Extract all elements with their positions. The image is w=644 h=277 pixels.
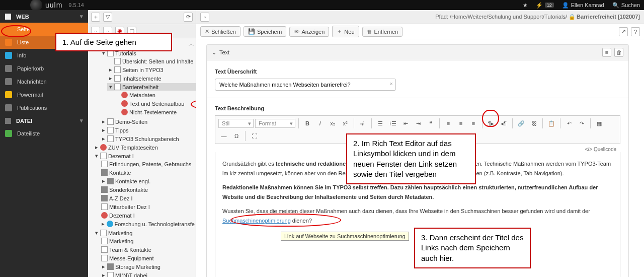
unlink-icon[interactable]: ⛓ <box>528 118 539 129</box>
align-right-icon[interactable]: ≡ <box>468 118 479 129</box>
tree-node[interactable]: Dezernat I <box>100 212 196 219</box>
sidebar-item-powermail[interactable]: Powermail <box>0 88 88 101</box>
tree-node[interactable]: ▾Dezernat I <box>93 152 196 160</box>
ltr-icon[interactable]: ¶▸ <box>486 118 497 129</box>
indent-icon[interactable]: ⇥ <box>413 118 424 129</box>
source-button[interactable]: Quellcode <box>585 147 616 152</box>
plus-icon: ＋ <box>337 28 342 35</box>
view-button[interactable]: 👁Anzeigen <box>289 27 329 37</box>
refresh-button[interactable]: ⟳ <box>184 13 193 22</box>
outdent-icon[interactable]: ⇤ <box>400 118 411 129</box>
rte-paragraph[interactable]: Wussten Sie, dass die meisten dieser Maß… <box>222 206 613 225</box>
notif-badge: 12 <box>545 3 554 8</box>
undo-icon[interactable]: ↶ <box>564 118 575 129</box>
tree-node[interactable]: ▸Demo-Seiten <box>100 118 196 125</box>
rte-link[interactable]: Suchmaschinenoptimierung <box>222 218 291 224</box>
maximize-icon[interactable]: ⛶ <box>249 130 260 142</box>
dochead-btn[interactable]: ▫ <box>200 13 209 22</box>
filter-button[interactable]: ▽ <box>103 13 112 22</box>
sidebar-item-label: Powermail <box>17 92 43 98</box>
close-button[interactable]: ✕Schließen <box>200 26 240 37</box>
headline-label: Text Überschrift <box>215 68 620 75</box>
tree-label: MI(N)T dabei <box>115 272 147 278</box>
user-menu[interactable]: 👤 Ellen Kamrad <box>562 2 604 9</box>
redo-icon[interactable]: ↷ <box>576 118 587 129</box>
tree-node[interactable]: ▾Marketing <box>93 229 196 237</box>
page-id: [102007] <box>618 14 640 20</box>
page-title: Barrierefreiheit <box>577 14 616 20</box>
tree-node[interactable]: ▸ZUV Templateseiten <box>93 144 196 151</box>
sidebar-item-news[interactable]: Nachrichten <box>0 75 88 88</box>
tree-node[interactable]: Messe-Equipment <box>100 254 196 262</box>
bookmark-icon[interactable]: ★ <box>523 2 528 9</box>
search-icon[interactable]: 🔍 Suchen <box>612 2 640 9</box>
version-text: 9.5.14 <box>68 2 84 8</box>
new-button[interactable]: ＋Neu <box>332 26 359 37</box>
clear-icon[interactable]: × <box>390 81 393 87</box>
rte-format-select[interactable]: Format <box>255 119 295 128</box>
headline-input-wrap: × <box>215 79 396 91</box>
ce-header[interactable]: ⌄ Text ≡ 🗑 <box>207 45 628 60</box>
subscript-icon[interactable]: x₂ <box>327 118 338 129</box>
tree-node[interactable]: Marketing <box>100 237 196 245</box>
tree-node[interactable]: ▸Kontakte engl. <box>100 177 196 185</box>
paste-icon[interactable]: 📋 <box>546 118 557 129</box>
tree-node[interactable]: Kontakte <box>100 169 196 176</box>
tree-node[interactable]: A-Z Dez I <box>100 194 196 202</box>
rte-style-select[interactable]: Stil <box>218 119 254 128</box>
tree-node[interactable]: Mitarbeiter Dez I <box>100 203 196 211</box>
tree-node[interactable]: ▸Inhaltselemente <box>107 75 196 82</box>
tree-node[interactable]: ▸TYPO3 Schulungsbereich <box>100 135 196 143</box>
sidebar-item-publications[interactable]: Publications <box>0 101 88 114</box>
list-unordered-icon[interactable]: ⁝☰ <box>387 118 398 129</box>
globe-icon <box>107 221 113 227</box>
tree-node[interactable]: Text und Seitenaufbau <box>114 100 196 107</box>
tree-node[interactable]: Sonderkontakte <box>100 186 196 193</box>
list-ordered-icon[interactable]: ☰ <box>375 118 386 129</box>
ce-delete-icon[interactable]: 🗑 <box>614 48 623 57</box>
specialchar-icon[interactable]: Ω <box>231 130 242 142</box>
module-group-web[interactable]: WEB ▾ <box>0 10 88 23</box>
align-center-icon[interactable]: ≡ <box>455 118 466 129</box>
ce-toggle-icon[interactable]: ≡ <box>602 48 611 57</box>
sidebar-item-recycler[interactable]: Papierkorb <box>0 62 88 75</box>
remove-format-icon[interactable]: I̶ <box>357 118 368 129</box>
hr-icon[interactable]: — <box>218 130 229 142</box>
tree-node[interactable]: Metadaten <box>114 91 196 99</box>
align-left-icon[interactable]: ≡ <box>443 118 454 129</box>
headline-input[interactable] <box>215 79 396 91</box>
delete-button[interactable]: 🗑Entfernen <box>362 27 403 37</box>
tree-node[interactable]: ▸Storage Marketing <box>100 263 196 270</box>
bold-icon[interactable]: B <box>302 118 313 129</box>
module-group-file[interactable]: DATEI ▾ <box>0 114 88 127</box>
page-tree[interactable]: ︿ ▸Support ▾Tutorials Übersicht: Seiten … <box>88 38 196 277</box>
rte-paragraph[interactable]: Redaktionelle Maßnahmen können Sie im TY… <box>222 183 613 201</box>
table-icon[interactable]: ▦ <box>594 118 605 129</box>
share-button[interactable]: ↗ <box>619 27 628 36</box>
new-page-button[interactable]: ＋ <box>91 13 100 22</box>
tree-node[interactable]: ▸Seiten in TYPO3 <box>107 66 196 74</box>
tree-node-selected[interactable]: ▾Barrierefreiheit <box>107 83 196 91</box>
italic-icon[interactable]: I <box>314 118 326 129</box>
scroll-up-icon[interactable]: ︿ <box>189 40 194 48</box>
help-button[interactable]: ? <box>631 27 640 36</box>
tree-node[interactable]: Übersicht: Seiten und Inhalte <box>107 57 196 65</box>
save-button[interactable]: 💾Speichern <box>244 26 287 37</box>
superscript-icon[interactable]: x² <box>340 118 351 129</box>
btn-label: Anzeigen <box>301 29 325 35</box>
doc-header: ▫ Pfad: /Home/Weitere/Schulung und Suppo… <box>196 10 644 24</box>
tree-node[interactable]: ▸Tipps <box>100 126 196 134</box>
tree-node[interactable]: Team & Kontakte <box>100 246 196 253</box>
tree-node[interactable]: ▸MI(N)T dabei <box>100 271 196 277</box>
tree-node[interactable]: ▸Forschung u. Technologietransfe <box>100 220 196 228</box>
notifications-icon[interactable]: ⚡12 <box>536 2 554 9</box>
tree-label: Metadaten <box>129 92 155 98</box>
link-icon[interactable]: 🔗 <box>516 118 527 129</box>
blockquote-icon[interactable]: ❝ <box>425 118 436 129</box>
sidebar-item-label: Dateiliste <box>17 130 40 136</box>
sidebar-item-filelist[interactable]: Dateiliste <box>0 127 88 140</box>
rtl-icon[interactable]: ◂¶ <box>498 118 509 129</box>
description-label: Text Beschreibung <box>215 105 620 111</box>
tree-node[interactable]: Erfindungen, Patente, Gebrauchs <box>100 160 196 168</box>
tree-node[interactable]: Nicht-Textelemente <box>114 108 196 116</box>
